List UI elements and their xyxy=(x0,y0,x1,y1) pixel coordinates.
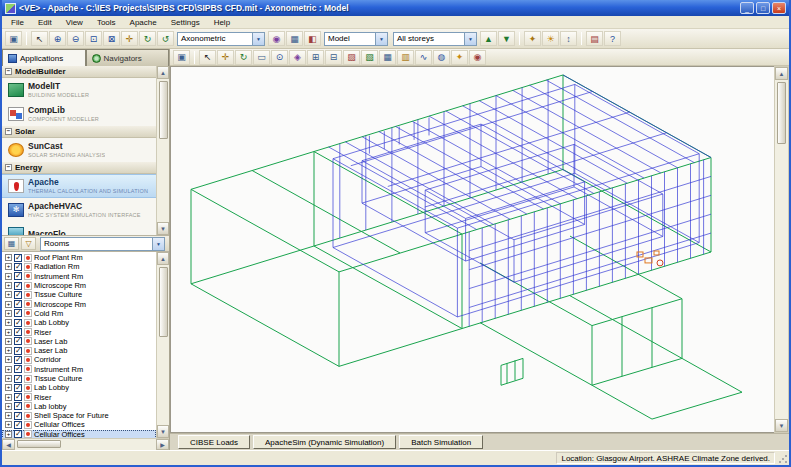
model-combo[interactable]: Model▼ xyxy=(324,32,388,46)
titlebar[interactable]: <VE> - Apache - C:\IES Projects\SIPBS CF… xyxy=(2,0,789,16)
expand-icon[interactable]: + xyxy=(5,394,12,401)
tree-row[interactable]: +Instrument Rm xyxy=(2,272,156,281)
pan-icon[interactable]: ✛ xyxy=(121,31,138,46)
expand-icon[interactable]: + xyxy=(5,375,12,382)
expand-icon[interactable]: + xyxy=(5,421,12,428)
scroll-down-icon[interactable]: ▼ xyxy=(157,425,169,438)
key-icon[interactable]: ✦ xyxy=(524,31,541,46)
expand-icon[interactable]: + xyxy=(5,319,12,326)
measure-icon[interactable]: ▭ xyxy=(253,50,270,65)
menu-edit[interactable]: Edit xyxy=(31,18,59,27)
expand-icon[interactable]: + xyxy=(5,412,12,419)
room-checkbox[interactable] xyxy=(14,356,22,364)
select-icon[interactable]: ↖ xyxy=(31,31,48,46)
storey-up-icon[interactable]: ▲ xyxy=(480,31,497,46)
rotate-view-icon[interactable]: ↻ xyxy=(139,31,156,46)
scrollbar-thumb[interactable] xyxy=(777,82,786,144)
tree-row[interactable]: +Laser Lab xyxy=(2,337,156,346)
app-item-complib[interactable]: CompLibCOMPONENT MODELLER xyxy=(2,102,156,126)
tree-row[interactable]: +Laser Lab xyxy=(2,346,156,355)
apachesim-dynamic-simulation--button[interactable]: ApacheSim (Dynamic Simulation) xyxy=(253,435,396,449)
save-icon[interactable]: ▣ xyxy=(173,50,190,65)
room-checkbox[interactable] xyxy=(14,393,22,401)
app-item-modelit[interactable]: ModelITBUILDING MODELLER xyxy=(2,78,156,102)
tree-row[interactable]: +Microscope Rm xyxy=(2,299,156,308)
room-checkbox[interactable] xyxy=(14,291,22,299)
section-header-solar[interactable]: −Solar xyxy=(2,126,156,138)
orbit-icon[interactable]: ↻ xyxy=(235,50,252,65)
scrollbar-thumb[interactable] xyxy=(17,440,61,448)
room-checkbox[interactable] xyxy=(14,300,22,308)
template-icon[interactable]: ▥ xyxy=(397,50,414,65)
storey-down-icon[interactable]: ▼ xyxy=(498,31,515,46)
tree-row[interactable]: +Lab Lobby xyxy=(2,383,156,392)
minimize-button[interactable]: _ xyxy=(740,2,754,14)
app-item-apache[interactable]: ApacheTHERMAL CALCULATION AND SIMULATION xyxy=(2,174,156,198)
resize-grip[interactable] xyxy=(778,454,788,464)
app-item-apachehvac[interactable]: ApacheHVACHVAC SYSTEM SIMULATION INTERFA… xyxy=(2,198,156,222)
fill-icon[interactable]: ▨ xyxy=(343,50,360,65)
zoom-out-icon[interactable]: ⊖ xyxy=(67,31,84,46)
zoom-extents-icon[interactable]: ⊠ xyxy=(103,31,120,46)
tree-row[interactable]: +Shell Space for Future xyxy=(2,411,156,420)
help-icon[interactable]: ? xyxy=(604,31,621,46)
scrollbar-thumb[interactable] xyxy=(159,81,168,139)
grid-icon[interactable]: ▦ xyxy=(379,50,396,65)
rooms-view-icon[interactable]: ▦ xyxy=(4,237,19,250)
room-checkbox[interactable] xyxy=(14,309,22,317)
group-icon[interactable]: ⊞ xyxy=(307,50,324,65)
chevron-down-icon[interactable]: ▼ xyxy=(375,33,387,45)
scrollbar-track[interactable] xyxy=(157,265,169,425)
globe-icon[interactable]: ◍ xyxy=(433,50,450,65)
tree-row[interactable]: +Instrument Rm xyxy=(2,365,156,374)
room-checkbox[interactable] xyxy=(14,254,22,262)
room-checkbox[interactable] xyxy=(14,282,22,290)
profile-icon[interactable]: ∿ xyxy=(415,50,432,65)
menu-apache[interactable]: Apache xyxy=(123,18,164,27)
sun-icon[interactable]: ☀ xyxy=(542,31,559,46)
filter-icon[interactable]: ▽ xyxy=(21,237,36,250)
chevron-down-icon[interactable]: ▼ xyxy=(252,33,264,45)
zoom-in-icon[interactable]: ⊕ xyxy=(49,31,66,46)
cibse-loads-button[interactable]: CIBSE Loads xyxy=(178,435,250,449)
rooms-tree-scrollbar[interactable]: ▲ ▼ xyxy=(156,252,169,438)
close-button[interactable]: × xyxy=(772,2,786,14)
pan-tool-icon[interactable]: ✛ xyxy=(217,50,234,65)
storeys-combo[interactable]: All storeys▼ xyxy=(393,32,477,46)
zoom-window-icon[interactable]: ⊡ xyxy=(85,31,102,46)
expand-icon[interactable]: + xyxy=(5,254,12,261)
room-checkbox[interactable] xyxy=(14,384,22,392)
expand-icon[interactable]: + xyxy=(5,338,12,345)
room-query-icon[interactable]: ⊙ xyxy=(271,50,288,65)
room-checkbox[interactable] xyxy=(14,272,22,280)
room-checkbox[interactable] xyxy=(14,402,22,410)
room-checkbox[interactable] xyxy=(14,347,22,355)
rooms-combo[interactable]: Rooms ▼ xyxy=(40,237,165,251)
view-mode-combo[interactable]: Axonometric▼ xyxy=(177,32,265,46)
save-icon[interactable]: ▣ xyxy=(5,31,22,46)
tree-row[interactable]: +Tissue Culture xyxy=(2,290,156,299)
expand-icon[interactable]: + xyxy=(5,273,12,280)
expand-icon[interactable]: + xyxy=(5,366,12,373)
tree-row[interactable]: +Cellular Offices xyxy=(2,420,156,429)
scroll-up-icon[interactable]: ▲ xyxy=(157,252,169,265)
tree-row[interactable]: +Radiation Rm xyxy=(2,262,156,271)
tag-icon[interactable]: ◈ xyxy=(289,50,306,65)
expand-icon[interactable]: + xyxy=(5,431,12,438)
model-canvas[interactable] xyxy=(170,66,774,433)
tree-row[interactable]: +Riser xyxy=(2,392,156,401)
scroll-down-icon[interactable]: ▼ xyxy=(775,419,788,432)
room-checkbox[interactable] xyxy=(14,328,22,336)
tree-row[interactable]: +Tissue Culture xyxy=(2,374,156,383)
expand-icon[interactable]: + xyxy=(5,282,12,289)
expand-icon[interactable]: + xyxy=(5,356,12,363)
batch-simulation-button[interactable]: Batch Simulation xyxy=(399,435,483,449)
app-item-macroflo[interactable]: MacroFlo xyxy=(2,222,156,236)
tab-navigators[interactable]: Navigators xyxy=(86,49,170,66)
expand-icon[interactable]: + xyxy=(5,301,12,308)
section-header-modelbuilder[interactable]: −ModelBuilder xyxy=(2,66,156,78)
scrollbar-thumb[interactable] xyxy=(159,267,168,337)
menu-settings[interactable]: Settings xyxy=(164,18,207,27)
scroll-left-icon[interactable]: ◀ xyxy=(2,439,15,450)
snapshot-icon[interactable]: ▦ xyxy=(286,31,303,46)
